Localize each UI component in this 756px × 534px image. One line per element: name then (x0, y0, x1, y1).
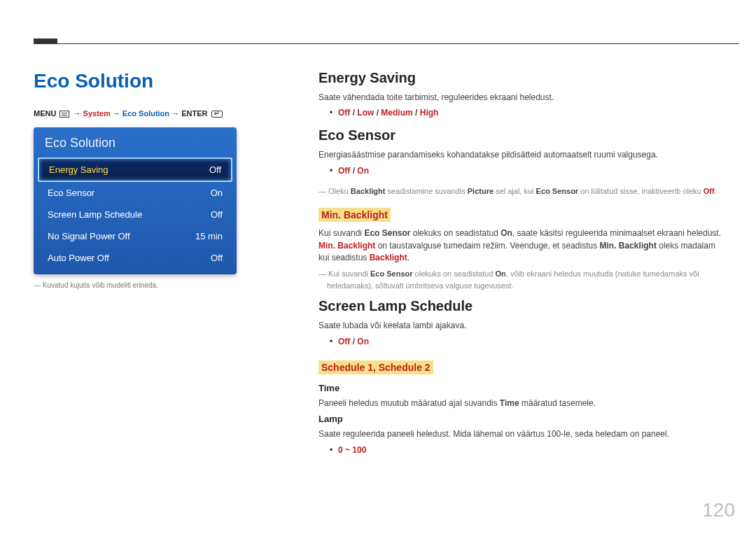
heading-lamp-schedule: Screen Lamp Schedule (318, 298, 724, 314)
osd-row-screen-lamp-schedule: Screen Lamp ScheduleOff (38, 204, 232, 225)
options-energy-saving: Off / Low / Medium / High (338, 108, 724, 118)
page-number: 120 (702, 499, 735, 521)
menu-icon (59, 111, 69, 118)
heading-lamp: Lamp (318, 414, 724, 424)
osd-panel: Eco Solution Energy SavingOffEco SensorO… (34, 127, 237, 274)
desc-min-backlight: Kui suvandi Eco Sensor olekuks on seadis… (318, 227, 724, 264)
desc-eco-sensor: Energiasäästmise parandamiseks kohandata… (318, 149, 724, 161)
arrow-3: → (172, 109, 179, 118)
osd-row-value: Off (209, 164, 221, 175)
header-mark (34, 38, 57, 43)
osd-row-value: Off (211, 209, 223, 220)
osd-row-value: 15 min (195, 231, 223, 241)
breadcrumb-eco: Eco Solution (122, 109, 169, 118)
osd-row-label: Eco Sensor (48, 188, 94, 198)
osd-row-label: No Signal Power Off (48, 231, 130, 241)
osd-row-label: Energy Saving (49, 164, 108, 175)
heading-energy-saving: Energy Saving (318, 70, 724, 86)
note-eco-sensor-1: Oleku Backlight seadistamine suvandis Pi… (318, 185, 724, 197)
menu-label: MENU (34, 109, 56, 118)
page-title: Eco Solution (34, 70, 244, 92)
header-rule (34, 43, 739, 44)
breadcrumb: MENU → System → Eco Solution → ENTER (34, 109, 244, 118)
arrow-2: → (113, 109, 120, 118)
left-column: Eco Solution MENU → System → Eco Solutio… (34, 70, 244, 289)
options-eco-sensor: Off / On (338, 166, 724, 176)
osd-row-eco-sensor: Eco SensorOn (38, 182, 232, 204)
subheading-schedules: Schedule 1, Schedule 2 (318, 360, 433, 374)
desc-lamp-schedule: Saate lubada või keelata lambi ajakava. (318, 320, 724, 332)
breadcrumb-system: System (83, 109, 111, 118)
right-column: Energy Saving Saate vähendada toite tarb… (318, 70, 724, 465)
desc-energy-saving: Saate vähendada toite tarbimist, regulee… (318, 92, 724, 104)
osd-row-auto-power-off: Auto Power OffOff (38, 247, 232, 269)
heading-time: Time (318, 383, 724, 393)
osd-panel-title: Eco Solution (38, 132, 232, 157)
range-lamp: 0 ~ 100 (338, 445, 724, 455)
arrow-1: → (74, 109, 81, 118)
heading-eco-sensor: Eco Sensor (318, 127, 724, 143)
osd-row-value: On (211, 188, 223, 198)
osd-row-label: Auto Power Off (48, 253, 109, 263)
desc-lamp: Saate reguleerida paneeli heledust. Mida… (318, 428, 724, 440)
subheading-min-backlight: Min. Backlight (318, 208, 391, 222)
osd-row-label: Screen Lamp Schedule (48, 209, 142, 220)
desc-time: Paneeli heledus muutub määratud ajal suv… (318, 398, 724, 409)
osd-row-no-signal-power-off: No Signal Power Off15 min (38, 225, 232, 247)
note-min-backlight: Kui suvandi Eco Sensor olekuks on seadis… (318, 268, 724, 291)
options-lamp-schedule: Off / On (338, 337, 724, 346)
enter-label: ENTER (181, 109, 207, 118)
enter-icon (211, 111, 223, 118)
osd-row-value: Off (211, 253, 223, 263)
image-disclaimer: Kuvatud kujutis võib mudeliti erineda. (34, 281, 244, 289)
osd-row-energy-saving: Energy SavingOff (38, 157, 232, 182)
